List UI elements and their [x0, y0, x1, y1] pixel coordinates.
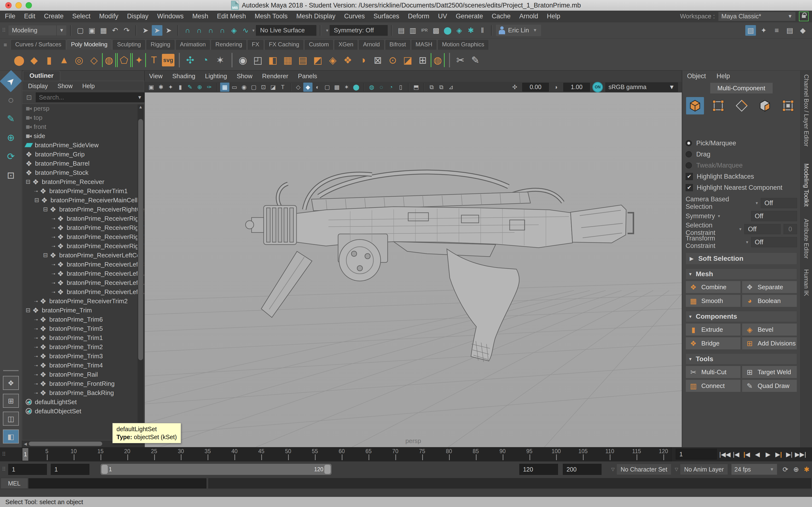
outliner-item-bratonprime-receiverleftcell[interactable]: ⊟❖bratonPrime_ReceiverLeftCell	[22, 250, 144, 260]
xray-joints-icon[interactable]: ⧉	[437, 82, 446, 92]
grid-icon[interactable]: ▦	[220, 82, 230, 92]
outliner-tab[interactable]: Outliner	[23, 71, 60, 81]
checkbox-highlight-nearest-component[interactable]: ✔Highlight Nearest Component	[686, 182, 797, 193]
playback-start-field[interactable]: 1	[51, 464, 89, 475]
super-shape-icon[interactable]: ✦	[132, 53, 146, 67]
use-all-lights-icon[interactable]: ✶	[342, 82, 351, 92]
outliner-menu-show[interactable]: Show	[57, 82, 73, 90]
radio-tweak-marquee[interactable]: Tweak/Marquee	[686, 160, 797, 171]
menu-mesh-display[interactable]: Mesh Display	[296, 12, 336, 20]
scene-3d-view[interactable]	[145, 93, 682, 447]
open-scene-icon[interactable]: ▣	[87, 25, 97, 36]
chevron-down-icon[interactable]: ▾	[756, 201, 758, 206]
camera-attributes-icon[interactable]: ✦	[166, 82, 175, 92]
outliner-menu-display[interactable]: Display	[28, 82, 48, 90]
outliner-item-bratonprime-sideview[interactable]: bratonPrime_SideView	[22, 140, 144, 150]
outliner-item-bratonprime-receivertrim1[interactable]: ─●❖bratonPrime_ReceiverTrim1	[22, 186, 144, 195]
reduce-icon[interactable]: ⊠	[371, 53, 385, 67]
snap-to-curve-icon[interactable]: ∩	[194, 25, 204, 36]
menu-create[interactable]: Create	[44, 12, 63, 20]
menu-set-dropdown[interactable]: Modeling	[8, 25, 57, 36]
layout-two-pane-button[interactable]: ◫	[3, 412, 19, 426]
menu-mesh-tools[interactable]: Mesh Tools	[255, 12, 288, 20]
character-set-dropdown[interactable]: No Character Set	[616, 464, 671, 475]
outliner-item-bratonprime-receivermaincell[interactable]: ⊟❖bratonPrime_ReceiverMainCell	[22, 195, 144, 205]
render-setup-icon[interactable]: ◈	[454, 25, 464, 36]
quad-draw-button[interactable]: ✎Quad Draw	[742, 380, 797, 392]
shelf-tab-fx[interactable]: FX	[247, 39, 264, 50]
menu-arnold[interactable]: Arnold	[519, 12, 538, 20]
exposure-field[interactable]: 0.00	[522, 83, 549, 92]
range-slider[interactable]: 1 120	[101, 464, 332, 475]
bevel-edge-icon[interactable]: ◈	[326, 53, 340, 67]
shelf-tab-xgen[interactable]: XGen	[334, 39, 358, 50]
motion-blur-icon[interactable]: ◌	[377, 82, 386, 92]
menu-help[interactable]: Help	[547, 12, 560, 20]
polygon-cone-icon[interactable]: ▲	[57, 53, 71, 67]
multisample-aa-icon[interactable]: ◔	[387, 82, 396, 92]
transport-step-back-key[interactable]: |◀	[742, 449, 752, 460]
setting-camera-based-selection[interactable]: Camera Based Selection▾Off	[686, 196, 797, 210]
safe-action-icon[interactable]: ◪	[268, 82, 278, 92]
boolean-op-icon[interactable]: ◑	[356, 53, 370, 67]
fps-dropdown[interactable]: 24 fps ▼	[731, 464, 777, 475]
outliner-item-bratonprime-receivertrim2[interactable]: ─●❖bratonPrime_ReceiverTrim2	[22, 296, 144, 306]
chevron-down-icon[interactable]: ▾	[718, 213, 720, 219]
paint-select-tool-icon[interactable]: ✎	[3, 111, 19, 126]
menu-edit[interactable]: Edit	[24, 12, 36, 20]
panel-tab-channel-box-layer-editor[interactable]: Channel Box / Layer Editor	[801, 74, 812, 147]
transport-play-forwards[interactable]: ▶	[763, 449, 773, 460]
set-keyframe-time-icon[interactable]: ◔	[198, 53, 212, 67]
viewport-menu-show[interactable]: Show	[237, 72, 252, 80]
redo-icon[interactable]: ↷	[121, 25, 132, 36]
outliner-item-bratonprime-frontring[interactable]: ─●❖bratonPrime_FrontRing	[22, 379, 144, 388]
outliner-item-bratonprime-receiver[interactable]: ⊟❖bratonPrime_Receiver	[22, 177, 144, 186]
menu-select[interactable]: Select	[72, 12, 90, 20]
scale-tool-icon[interactable]: ⊡	[3, 168, 19, 183]
isolate-select-icon[interactable]: ⬒	[412, 82, 421, 92]
render-settings-icon[interactable]: ▩	[430, 25, 441, 36]
subdivide-icon[interactable]: ▤	[296, 53, 310, 67]
exposure-icon[interactable]: ✣	[510, 82, 519, 92]
chevron-down-icon[interactable]: ▼	[137, 95, 142, 100]
outliner-item-defaultlightset[interactable]: defaultLightSet	[22, 397, 144, 406]
connect-button[interactable]: ▥Connect	[686, 380, 741, 392]
uv-mode-button[interactable]	[779, 97, 797, 114]
chevron-down-icon[interactable]: ▾	[746, 239, 748, 245]
checkbox-highlight-backfaces[interactable]: ✔Highlight Backfaces	[686, 171, 797, 182]
hypershade-icon[interactable]: ⬤	[442, 25, 453, 36]
select-tool-icon[interactable]: ➤	[0, 70, 22, 92]
transport-step-forward-frame[interactable]: ▶|	[784, 449, 794, 460]
shelf-tab-sculpting[interactable]: Sculpting	[112, 39, 146, 50]
workspace-lock-icon[interactable]	[799, 12, 809, 21]
outliner-item-bratonprime-trim4[interactable]: ─●❖bratonPrime_Trim4	[22, 361, 144, 370]
shelf-menu-icon[interactable]: ≡	[0, 40, 11, 50]
textured-mode-icon[interactable]: ▩	[332, 82, 342, 92]
expander-icon[interactable]: ⊟	[26, 307, 31, 314]
zoom-button[interactable]	[26, 2, 32, 8]
smooth-mesh-icon[interactable]: ▦	[281, 53, 295, 67]
shelf-tab-curves-surfaces[interactable]: Curves / Surfaces	[11, 39, 66, 50]
outliner-vertical-scrollbar[interactable]: ▲	[138, 105, 144, 439]
depth-of-field-icon[interactable]: ▯	[396, 82, 405, 92]
polygon-sphere-icon[interactable]: ⬤	[12, 53, 26, 67]
outliner-item-front[interactable]: front	[22, 122, 144, 131]
multi-cut-shelf-icon[interactable]: ✂	[453, 53, 467, 67]
range-end-handle[interactable]	[324, 465, 331, 474]
undo-icon[interactable]: ↶	[110, 25, 120, 36]
wireframe-mode-icon[interactable]: ◇	[294, 82, 303, 92]
polygon-disc-icon[interactable]: ◍	[102, 53, 116, 67]
multi-component-button[interactable]: Multi-Component	[710, 82, 773, 94]
wedge-icon[interactable]: ◪	[401, 53, 415, 67]
soft-selection-section[interactable]: ▶ Soft Selection	[686, 252, 797, 265]
menu-mesh[interactable]: Mesh	[192, 12, 208, 20]
shelf-tab-poly-modeling[interactable]: Poly Modeling	[66, 39, 112, 50]
close-button[interactable]	[5, 2, 12, 8]
edge-mode-button[interactable]	[732, 97, 750, 114]
resolution-gate-icon[interactable]: ◉	[240, 82, 249, 92]
panel-tab-modeling-toolkit[interactable]: Modeling Toolkit	[801, 163, 812, 207]
contrast-icon[interactable]: ◑	[551, 82, 560, 92]
anim-layer-dropdown[interactable]: No Anim Layer	[680, 464, 728, 475]
outliner-item-bratonprime-trim2[interactable]: ─●❖bratonPrime_Trim2	[22, 342, 144, 351]
toolkit-menu-object[interactable]: Object	[687, 72, 706, 80]
